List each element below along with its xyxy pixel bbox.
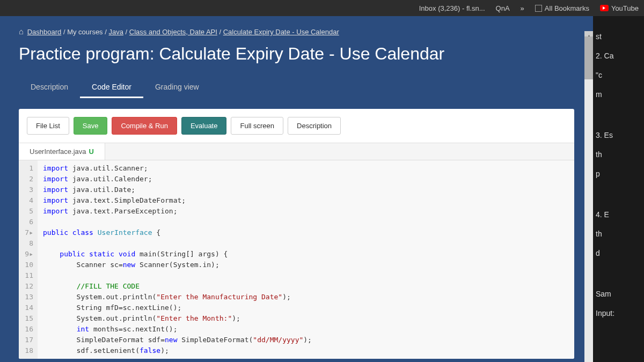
sidebar-text: th <box>596 230 641 238</box>
checkbox-icon <box>535 5 542 12</box>
tabs-more[interactable]: » <box>521 4 524 12</box>
save-button[interactable]: Save <box>74 117 108 135</box>
breadcrumb-java[interactable]: Java <box>108 28 123 36</box>
tab-grading-view[interactable]: Grading view <box>143 77 211 98</box>
sidebar-text: Sam <box>596 290 641 298</box>
bookmarks-button[interactable]: All Bookmarks <box>535 4 589 12</box>
scrollbar-thumb[interactable] <box>584 36 593 79</box>
page-title: Practice program: Calculate Expiry Date … <box>19 44 574 64</box>
main-content: Dashboard / My courses / Java / Class an… <box>0 16 593 362</box>
browser-tab-qna[interactable]: QnA <box>496 4 510 12</box>
breadcrumb-mycourses: My courses <box>67 28 103 36</box>
vertical-scrollbar[interactable]: ▴ <box>584 31 593 362</box>
view-tabs: Description Code Editor Grading view <box>19 77 574 98</box>
compile-run-button[interactable]: Compile & Run <box>112 117 177 135</box>
browser-bar: Inbox (3,236) - fl.sn... QnA » All Bookm… <box>0 0 644 16</box>
browser-tab-inbox[interactable]: Inbox (3,236) - fl.sn... <box>419 4 485 12</box>
sidebar-text: st <box>596 32 641 41</box>
sidebar-text: 4. E <box>596 210 641 219</box>
home-icon <box>19 28 25 36</box>
sidebar-text: d <box>596 249 641 257</box>
editor-toolbar: File List Save Compile & Run Evaluate Fu… <box>19 109 574 143</box>
line-gutter: 1234567▸89▸101112131415161718 <box>19 160 38 359</box>
file-tab-userinterface[interactable]: UserInterface.java U <box>19 143 105 160</box>
sidebar-text: th <box>596 150 641 159</box>
youtube-icon <box>600 5 609 11</box>
sidebar-text: 3. Es <box>596 131 641 139</box>
description-button[interactable]: Description <box>288 117 341 135</box>
breadcrumb: Dashboard / My courses / Java / Class an… <box>19 27 574 36</box>
sidebar-text: Input: <box>596 309 641 317</box>
file-tab-bar: UserInterface.java U <box>19 143 574 160</box>
modified-indicator-icon: U <box>89 147 94 156</box>
sidebar-text: "c <box>596 71 641 79</box>
file-list-button[interactable]: File List <box>27 117 69 135</box>
tab-code-editor[interactable]: Code Editor <box>80 77 143 98</box>
right-sidebar: st 2. Ca "c m 3. Es th p 4. E th d Sam I… <box>593 16 644 362</box>
editor-panel: File List Save Compile & Run Evaluate Fu… <box>19 109 574 359</box>
evaluate-button[interactable]: Evaluate <box>181 117 227 135</box>
breadcrumb-class-objects[interactable]: Class and Objects, Date API <box>129 28 217 36</box>
fullscreen-button[interactable]: Full screen <box>231 117 283 135</box>
youtube-bookmark[interactable]: YouTube <box>600 4 639 12</box>
tab-description[interactable]: Description <box>19 77 80 98</box>
sidebar-text: 2. Ca <box>596 51 641 60</box>
breadcrumb-dashboard[interactable]: Dashboard <box>27 28 62 36</box>
breadcrumb-calculate-expiry[interactable]: Calculate Expiry Date - Use Calendar <box>223 28 339 36</box>
sidebar-text: p <box>596 169 641 178</box>
code-editor[interactable]: 1234567▸89▸101112131415161718 import jav… <box>19 160 574 359</box>
sidebar-text: m <box>596 90 641 99</box>
code-content[interactable]: import java.util.Scanner;import java.uti… <box>38 160 574 359</box>
